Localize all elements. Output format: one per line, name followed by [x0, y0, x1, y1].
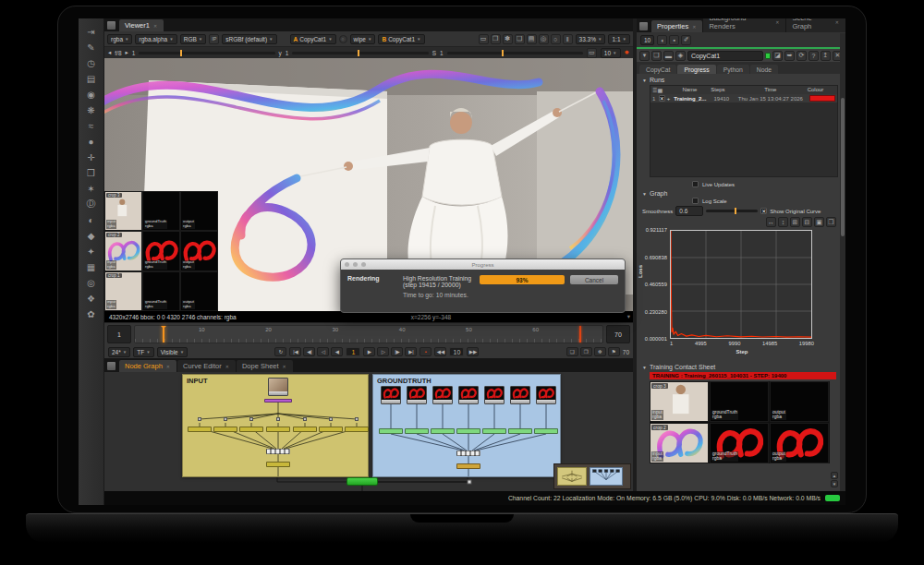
crop-node[interactable]	[319, 427, 343, 432]
fps-dropdown[interactable]: 24*▼	[108, 347, 130, 357]
keyer-icon[interactable]: ≈	[84, 118, 99, 133]
gain-slider[interactable]	[139, 52, 274, 54]
cs-cell-groundtruth[interactable]: groundTruthrgba	[710, 381, 769, 422]
cancel-button[interactable]: Cancel	[570, 275, 618, 284]
postage-node[interactable]	[266, 462, 290, 467]
undock-icon[interactable]: ↥	[821, 51, 831, 61]
backdrop-input[interactable]: INPUT	[182, 374, 369, 477]
pan-icon[interactable]: ↔	[766, 217, 776, 227]
read-node[interactable]	[432, 386, 453, 404]
alpha-layer-dropdown[interactable]: rgba.alpha▼	[135, 34, 176, 44]
zoom-in-icon[interactable]: ⊞	[790, 217, 800, 227]
crop-node[interactable]	[508, 428, 532, 434]
wipe-center-icon[interactable]: ○	[339, 35, 347, 43]
tab-node[interactable]: Node	[750, 65, 778, 74]
info-menu-icon[interactable]: ▾	[627, 313, 630, 320]
tab-progress[interactable]: Progress	[677, 65, 715, 74]
tab-dope-sheet[interactable]: Dope Sheet✕	[237, 360, 293, 372]
dot-node[interactable]	[198, 417, 201, 421]
copycat-node[interactable]	[346, 477, 378, 486]
downrez-icon[interactable]: ▭	[587, 48, 597, 58]
ofx-icon[interactable]: ◎	[84, 275, 99, 290]
playhead[interactable]	[163, 326, 164, 343]
sat-value[interactable]: 1	[440, 50, 444, 56]
read-node[interactable]	[536, 386, 556, 404]
fstop-dec-icon[interactable]: ◂	[108, 49, 111, 56]
next-keyframe-button[interactable]: |▶	[391, 347, 403, 356]
scroll-up-icon[interactable]: ▲	[831, 472, 838, 479]
mask-icon[interactable]: ◪	[772, 51, 783, 61]
node-graph-minimap[interactable]	[553, 463, 631, 489]
channel-icon[interactable]: ▤	[84, 71, 99, 86]
crop-node[interactable]	[266, 427, 290, 432]
proxy-scale-dropdown[interactable]: 1:1▼	[608, 34, 630, 44]
timeline-mode-dropdown[interactable]: TF▼	[133, 347, 153, 357]
pane-menu-icon[interactable]	[639, 22, 648, 30]
frame-range-source-dropdown[interactable]: Visible▼	[157, 347, 188, 357]
read-node[interactable]	[484, 386, 505, 404]
crop-node[interactable]	[379, 428, 403, 434]
cs-cell-output[interactable]: outputrgba	[770, 423, 829, 463]
transform-icon[interactable]: ✛	[84, 150, 99, 164]
step-back-button[interactable]: ◁	[317, 347, 329, 356]
crop-node[interactable]	[239, 427, 263, 432]
gamma-value[interactable]: 1	[286, 50, 289, 56]
float-panel-icon[interactable]: ❏	[651, 51, 662, 61]
a-input-dropdown[interactable]: ACopyCat1▼	[290, 34, 336, 44]
crop-node[interactable]	[456, 428, 480, 434]
snapshot-icon[interactable]: ✽	[503, 34, 513, 44]
fit-icon[interactable]: ▣	[814, 217, 824, 227]
show-original-checkbox[interactable]: ✕	[760, 208, 767, 214]
pane-menu-icon[interactable]	[107, 362, 116, 370]
downrez-dropdown[interactable]: 10▼	[601, 48, 621, 58]
draw-icon[interactable]: ✎	[84, 40, 99, 54]
dot-node[interactable]	[224, 417, 227, 421]
clear-panels-icon[interactable]: ▪	[669, 35, 679, 45]
tab-viewer1[interactable]: Viewer1 ✕	[119, 19, 164, 31]
appendclip-node[interactable]	[456, 451, 480, 456]
bookmark-flag-icon[interactable]: ⚑	[608, 347, 620, 356]
prev-keyframe-button[interactable]: ◀|	[303, 347, 315, 356]
frame-inc-button[interactable]: ▶▶	[467, 347, 479, 356]
fstop-inc-icon[interactable]: ▸	[126, 49, 128, 56]
graph-section-header[interactable]: ▼Graph	[637, 187, 845, 198]
plugins-icon[interactable]: ❖	[84, 291, 99, 306]
runs-section-header[interactable]: ▼Runs	[637, 74, 845, 84]
crop-node[interactable]	[431, 428, 455, 434]
other-icon[interactable]: ▦	[84, 259, 99, 274]
backdrop-groundtruth[interactable]: GROUNDTRUTH	[372, 374, 561, 477]
read-node[interactable]	[407, 386, 427, 404]
cs-cell-input[interactable]: crop 2 inputrgba	[650, 423, 709, 463]
appendclip-node[interactable]	[266, 449, 290, 454]
merge-icon[interactable]: ●	[84, 134, 99, 149]
zoom-v-icon[interactable]: ↕	[778, 217, 788, 227]
render-flag-icon[interactable]: ❏	[566, 347, 578, 356]
roi-icon[interactable]: ○	[551, 34, 561, 44]
cliptest-icon[interactable]: ◎	[539, 34, 549, 44]
frame-dec-button[interactable]: ◀◀	[434, 347, 446, 356]
dot-node[interactable]	[329, 417, 333, 421]
gamma-slider[interactable]	[292, 52, 428, 54]
tab-scene-graph[interactable]: Scene Graph✕	[786, 18, 845, 32]
scroll-down-icon[interactable]: ▼	[831, 480, 838, 487]
range-end-field[interactable]: 70	[606, 325, 630, 343]
crop-node[interactable]	[405, 428, 429, 434]
edit-icon[interactable]: ✐	[681, 35, 691, 45]
node-graph-canvas[interactable]: INPUT	[104, 372, 633, 491]
views-icon[interactable]: ◐	[84, 212, 99, 227]
wipe-mode-dropdown[interactable]: wipe▼	[350, 34, 376, 44]
dot-node[interactable]	[276, 417, 280, 421]
dot-node[interactable]	[303, 417, 307, 421]
crop-node[interactable]	[345, 427, 369, 432]
close-tab-icon[interactable]: ✕	[153, 23, 157, 29]
panel-scrollbar[interactable]	[840, 33, 845, 491]
filter-icon[interactable]: ❋	[84, 102, 99, 117]
render-range-icon[interactable]: ❐	[580, 347, 592, 356]
max-panels-field[interactable]: 10	[640, 35, 654, 45]
metadata-icon[interactable]: ◆	[84, 228, 99, 243]
read-node[interactable]	[458, 386, 479, 404]
log-scale-checkbox[interactable]	[692, 198, 699, 204]
time-icon[interactable]: ◷	[84, 55, 99, 70]
postage-node[interactable]	[456, 463, 480, 469]
run-row[interactable]: 1 ✕ + Training_2... 19410 Thu Jan 15 13:…	[650, 94, 837, 102]
